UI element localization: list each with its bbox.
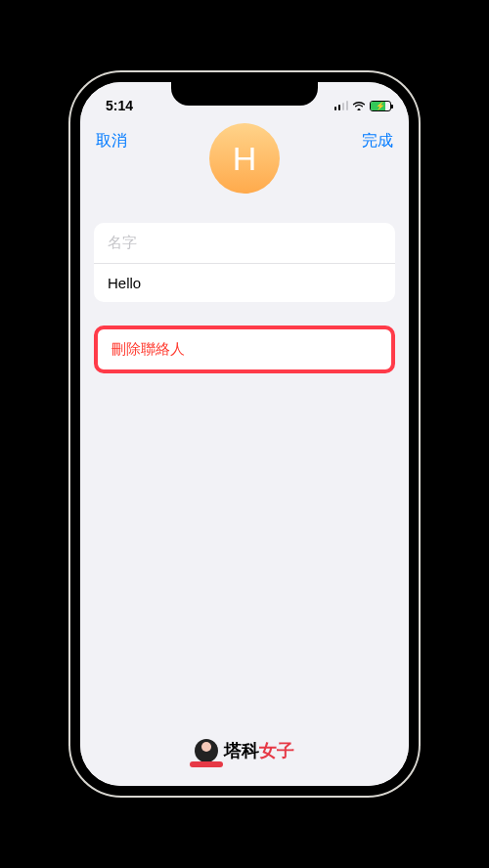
watermark-part2: 女子: [259, 741, 294, 760]
watermark-text: 塔科女子: [224, 739, 294, 762]
wifi-icon: [352, 101, 366, 110]
status-right: ⚡: [334, 101, 392, 111]
first-name-field[interactable]: 名字: [94, 223, 395, 264]
screen: 5:14 ⚡ 取消 H 完成: [80, 82, 409, 786]
notch: [171, 82, 318, 106]
cellular-signal-icon: [334, 101, 349, 110]
first-name-placeholder: 名字: [108, 234, 137, 250]
delete-contact-button[interactable]: 刪除聯絡人: [98, 329, 391, 369]
phone-frame: 5:14 ⚡ 取消 H 完成: [70, 72, 419, 796]
last-name-field[interactable]: Hello: [94, 264, 395, 302]
avatar-initial: H: [233, 140, 257, 178]
watermark: 塔科女子: [195, 739, 294, 762]
content-area: 名字 Hello 刪除聯絡人: [80, 209, 409, 373]
status-time: 5:14: [106, 98, 133, 113]
watermark-avatar-icon: [195, 739, 218, 762]
name-fields-card: 名字 Hello: [94, 223, 395, 302]
cancel-button[interactable]: 取消: [96, 129, 127, 153]
battery-icon: ⚡: [370, 101, 391, 111]
last-name-value: Hello: [108, 275, 141, 291]
contact-avatar[interactable]: H: [209, 123, 280, 194]
done-button[interactable]: 完成: [362, 129, 393, 153]
nav-bar: 取消 H 完成: [80, 121, 409, 209]
delete-contact-highlight: 刪除聯絡人: [94, 326, 395, 373]
watermark-part1: 塔科: [224, 741, 259, 760]
